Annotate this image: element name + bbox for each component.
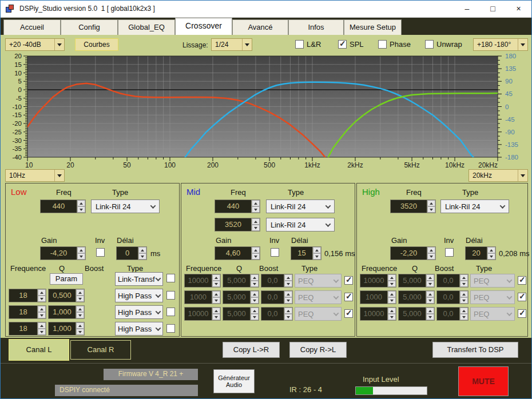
- high-eq3-freq-spinner[interactable]: 10000: [360, 307, 396, 321]
- spin-up-icon[interactable]: [427, 200, 435, 206]
- mute-button[interactable]: MUTE: [458, 366, 509, 396]
- spin-up-icon[interactable]: [251, 274, 259, 281]
- low-eq2-freq-spinner[interactable]: 18: [9, 305, 46, 319]
- mid-eq1-freq-spinner[interactable]: 10000: [184, 274, 221, 288]
- spin-down-icon[interactable]: [460, 281, 468, 287]
- spin-up-icon[interactable]: [460, 274, 468, 281]
- spin-up-icon[interactable]: [487, 247, 495, 253]
- spin-up-icon[interactable]: [252, 247, 260, 253]
- spin-down-icon[interactable]: [313, 253, 321, 260]
- copy-rl-button[interactable]: Copy R->L: [289, 342, 347, 358]
- phase-range-select[interactable]: +180 -180°: [473, 38, 528, 51]
- spin-up-icon[interactable]: [138, 247, 146, 253]
- spin-up-icon[interactable]: [460, 291, 468, 297]
- spin-up-icon[interactable]: [284, 308, 292, 314]
- spin-up-icon[interactable]: [284, 274, 292, 281]
- dropdown-arrow-icon[interactable]: [518, 170, 527, 181]
- spin-down-icon[interactable]: [252, 206, 260, 213]
- mid-eq2-q-spinner[interactable]: 5,000: [223, 290, 259, 304]
- spin-down-icon[interactable]: [426, 314, 434, 320]
- high-eq3-boost-spinner[interactable]: 0,0: [436, 307, 469, 321]
- spin-down-icon[interactable]: [388, 297, 396, 304]
- spin-up-icon[interactable]: [38, 289, 46, 296]
- low-eq1-type-dropdown[interactable]: High Pass: [115, 289, 163, 302]
- spin-down-icon[interactable]: [138, 253, 146, 260]
- high-delai-spinner[interactable]: 20: [465, 246, 496, 260]
- spin-down-icon[interactable]: [426, 297, 434, 304]
- high-eq3-checkbox[interactable]: [518, 309, 526, 318]
- spin-up-icon[interactable]: [38, 306, 46, 312]
- tab-mesure-setup[interactable]: Mesure Setup: [344, 19, 402, 35]
- spin-up-icon[interactable]: [38, 322, 46, 329]
- spin-up-icon[interactable]: [251, 308, 259, 314]
- maximize-button[interactable]: □: [480, 1, 506, 18]
- lissage-select[interactable]: 1/24: [211, 38, 252, 51]
- unwrap-checkbox[interactable]: [425, 40, 434, 49]
- high-eq3-q-spinner[interactable]: 5,000: [398, 307, 435, 321]
- low-eq3-type-dropdown[interactable]: High Pass: [115, 322, 163, 336]
- low-transf-dropdown[interactable]: Link-Transf: [115, 272, 163, 286]
- spin-up-icon[interactable]: [388, 308, 396, 314]
- spin-down-icon[interactable]: [212, 297, 220, 304]
- mid-type1-dropdown[interactable]: Link-Ril 24: [266, 200, 335, 213]
- mid-inv-checkbox[interactable]: [271, 248, 279, 257]
- dropdown-arrow-icon[interactable]: [54, 170, 64, 181]
- mid-eq1-boost-spinner[interactable]: 0,0: [261, 274, 293, 288]
- canal-r-button[interactable]: Canal R: [70, 340, 131, 360]
- mid-eq3-freq-spinner[interactable]: 10000: [184, 307, 221, 321]
- high-eq1-checkbox[interactable]: [518, 276, 526, 285]
- high-eq2-boost-spinner[interactable]: 0,0: [436, 290, 469, 304]
- mid-eq2-freq-spinner[interactable]: 1000: [184, 290, 221, 304]
- spin-down-icon[interactable]: [284, 297, 292, 304]
- spin-down-icon[interactable]: [252, 225, 260, 231]
- tab-accueil[interactable]: Accueil: [3, 19, 61, 35]
- tab-config[interactable]: Config: [61, 19, 118, 35]
- spin-up-icon[interactable]: [313, 247, 321, 253]
- spin-up-icon[interactable]: [426, 291, 434, 297]
- high-eq1-type-dropdown[interactable]: PEQ: [470, 274, 515, 288]
- spin-up-icon[interactable]: [76, 306, 84, 312]
- high-eq1-boost-spinner[interactable]: 0,0: [436, 274, 469, 288]
- low-delai-spinner[interactable]: 0: [116, 246, 147, 260]
- dropdown-arrow-icon[interactable]: [242, 39, 252, 50]
- mid-eq2-boost-spinner[interactable]: 0,0: [261, 290, 293, 304]
- spin-up-icon[interactable]: [252, 218, 260, 225]
- mid-eq3-checkbox[interactable]: [344, 309, 353, 318]
- spin-up-icon[interactable]: [77, 247, 85, 253]
- low-eq3-freq-spinner[interactable]: 18: [9, 322, 46, 336]
- spin-down-icon[interactable]: [251, 314, 259, 320]
- spin-down-icon[interactable]: [251, 297, 259, 304]
- spin-down-icon[interactable]: [460, 314, 468, 320]
- spin-down-icon[interactable]: [212, 281, 220, 287]
- copy-lr-button[interactable]: Copy L->R: [223, 342, 280, 358]
- spin-down-icon[interactable]: [76, 296, 84, 302]
- low-eq3-q-spinner[interactable]: 1,000: [48, 322, 85, 336]
- high-eq2-checkbox[interactable]: [518, 293, 526, 301]
- high-type-dropdown[interactable]: Link-Ril 24: [440, 200, 509, 213]
- spin-up-icon[interactable]: [460, 308, 468, 314]
- mid-eq3-type-dropdown[interactable]: PEQ: [295, 307, 342, 321]
- dropdown-arrow-icon[interactable]: [518, 39, 527, 50]
- spin-down-icon[interactable]: [76, 329, 84, 335]
- high-eq2-q-spinner[interactable]: 5,000: [398, 290, 435, 304]
- spin-up-icon[interactable]: [212, 308, 220, 314]
- spin-up-icon[interactable]: [212, 291, 220, 297]
- spin-down-icon[interactable]: [426, 281, 434, 287]
- spin-up-icon[interactable]: [212, 274, 220, 281]
- low-eq2-q-spinner[interactable]: 1,000: [48, 305, 85, 319]
- tab-infos[interactable]: Infos: [288, 19, 344, 35]
- spin-up-icon[interactable]: [252, 200, 260, 206]
- mid-freq1-spinner[interactable]: 440: [215, 200, 260, 213]
- transfert-to-dsp-button[interactable]: Transfert To DSP: [432, 342, 518, 358]
- spin-down-icon[interactable]: [388, 281, 396, 287]
- spin-down-icon[interactable]: [427, 206, 435, 213]
- spin-down-icon[interactable]: [388, 314, 396, 320]
- spin-down-icon[interactable]: [38, 296, 46, 302]
- low-eq3-checkbox[interactable]: [166, 324, 175, 333]
- high-eq2-freq-spinner[interactable]: 1000: [360, 290, 396, 304]
- db-range-select[interactable]: +20 -40dB: [5, 38, 65, 51]
- freq-range-low-select[interactable]: 10Hz: [5, 169, 65, 182]
- spin-down-icon[interactable]: [427, 253, 435, 260]
- close-button[interactable]: ×: [506, 1, 531, 18]
- high-eq1-freq-spinner[interactable]: 10000: [360, 274, 396, 288]
